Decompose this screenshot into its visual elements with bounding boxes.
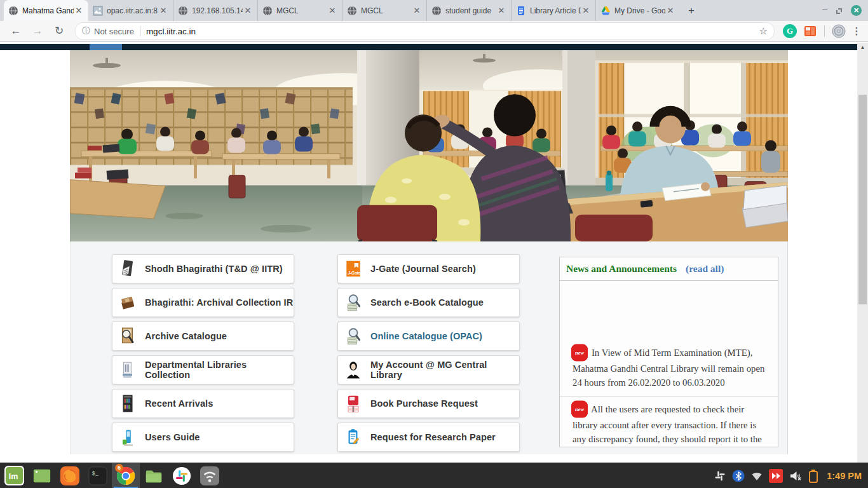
dept-icon <box>119 360 136 379</box>
browser-tab[interactable]: Library Article D ✕ <box>511 0 595 21</box>
globe-favicon <box>431 6 442 16</box>
tab-title: opac.iitr.ac.in:8 <box>107 6 158 15</box>
taskbar-clock[interactable]: 1:49 PM <box>827 471 862 481</box>
tab-close-icon[interactable]: ✕ <box>74 6 84 16</box>
show-desktop-button[interactable] <box>28 463 56 488</box>
browser-tab[interactable]: My Drive - Goo ✕ <box>595 0 680 21</box>
library-link-button[interactable]: Search e-Book Catalogue <box>337 288 520 317</box>
news-item: new In View of Mid Term Examination (MTE… <box>560 340 778 396</box>
forward-button[interactable]: → <box>29 23 46 39</box>
library-link-button[interactable]: J-Gate J-Gate (Journal Search) <box>337 254 520 283</box>
news-list: new In View of Mid Term Examination (MTE… <box>560 340 778 452</box>
browser-tab[interactable]: student guide ✕ <box>426 0 511 21</box>
globe-favicon <box>347 6 357 16</box>
sync-app-tray-icon[interactable] <box>769 469 783 483</box>
button-label: Search e-Book Catalogue <box>370 297 484 308</box>
new-badge-icon: new <box>573 345 587 360</box>
button-label: Request for Research Paper <box>370 432 496 442</box>
scroll-up-icon[interactable]: ▲ <box>857 44 868 50</box>
active-nav-item[interactable] <box>90 44 122 50</box>
library-link-button[interactable]: Recent Arrivals <box>112 389 294 418</box>
chrome-badge: 6 <box>115 464 123 472</box>
profile-avatar[interactable] <box>832 24 846 38</box>
library-link-button[interactable]: Bhagirathi: Archival Collection IR <box>112 288 294 317</box>
tab-close-icon[interactable]: ✕ <box>412 6 422 16</box>
firefox-launcher-icon[interactable] <box>56 463 84 488</box>
restore-icon <box>836 8 842 14</box>
new-tab-button[interactable]: + <box>682 2 700 20</box>
browser-tab[interactable]: MGCL ✕ <box>342 0 426 21</box>
window-restore-button[interactable] <box>836 6 842 16</box>
tab-title: student guide <box>445 6 496 15</box>
button-label: J-Gate (Journal Search) <box>370 264 476 274</box>
library-link-button[interactable]: Shodh Bhagirathi (T&D @ IITR) <box>112 254 294 283</box>
browser-tab[interactable]: Mahatma Gand ✕ <box>4 0 88 21</box>
info-icon[interactable]: ⓘ <box>82 25 90 37</box>
slack-tray-icon[interactable] <box>714 470 726 482</box>
thesis-icon <box>119 259 136 278</box>
button-label: Book Purchase Request <box>370 398 478 409</box>
tab-title: My Drive - Goo <box>614 6 665 15</box>
tab-close-icon[interactable]: ✕ <box>665 6 675 16</box>
taskbar: lm $_ 6 1:49 PM <box>0 463 868 488</box>
grammarly-extension-icon[interactable]: G <box>783 24 797 38</box>
system-tray: 1:49 PM <box>714 469 868 483</box>
terminal-launcher-icon[interactable]: $_ <box>84 463 112 488</box>
library-link-button[interactable]: Departmental Libraries Collection <box>112 355 294 384</box>
news-panel: News and Announcements (read all) new In… <box>559 257 778 447</box>
tab-close-icon[interactable]: ✕ <box>158 6 168 16</box>
browser-tab[interactable]: opac.iitr.ac.in:8 ✕ <box>88 0 173 21</box>
battery-tray-icon[interactable] <box>808 469 818 483</box>
jgate-icon: J-Gate <box>345 259 362 278</box>
reload-button[interactable]: ↻ <box>51 23 67 39</box>
mint-menu-button[interactable]: lm <box>0 463 28 488</box>
window-minimize-button[interactable]: – <box>822 4 827 14</box>
news-item: new All the users are requested to check… <box>560 396 778 452</box>
tab-close-icon[interactable]: ✕ <box>496 6 506 16</box>
files-launcher-icon[interactable] <box>140 463 168 488</box>
tab-title: Library Article D <box>530 6 581 15</box>
bookmark-star-icon[interactable]: ☆ <box>759 25 768 37</box>
chrome-launcher-icon[interactable]: 6 <box>112 463 140 488</box>
omnibox-divider <box>140 26 140 36</box>
address-bar[interactable]: ⓘ Not secure mgcl.iitr.ac.in ☆ <box>75 22 775 40</box>
booksearch-icon <box>345 327 362 346</box>
window-controls: – ✕ <box>822 0 868 21</box>
globe-favicon <box>178 6 188 16</box>
tab-close-icon[interactable]: ✕ <box>327 6 337 16</box>
tab-close-icon[interactable]: ✕ <box>581 6 591 16</box>
library-link-button[interactable]: Archive Catalogue <box>112 322 294 351</box>
scrollbar[interactable]: ▲ <box>857 43 868 463</box>
browser-tab[interactable]: 192.168.105.14 ✕ <box>173 0 257 21</box>
network-tray-icon[interactable] <box>750 470 763 482</box>
extension-icon[interactable] <box>803 24 817 38</box>
slack-launcher-icon[interactable] <box>168 463 196 488</box>
bluetooth-tray-icon[interactable] <box>732 470 745 482</box>
browser-menu-icon[interactable]: ⋮ <box>850 25 863 37</box>
tab-title: MGCL <box>361 6 412 15</box>
back-button[interactable]: ← <box>8 23 24 39</box>
read-all-link[interactable]: (read all) <box>686 263 724 274</box>
docs-favicon <box>516 6 526 16</box>
archivecat-icon <box>119 327 136 346</box>
library-link-button[interactable]: My Account @ MG Central Library <box>337 355 520 384</box>
library-link-button[interactable]: Book Purchase Request <box>337 389 520 418</box>
browser-tab[interactable]: MGCL ✕ <box>257 0 342 21</box>
globe-favicon <box>8 6 18 16</box>
volume-muted-icon[interactable] <box>789 469 803 483</box>
account-icon <box>345 360 362 379</box>
button-label: Bhagirathi: Archival Collection IR <box>145 297 293 308</box>
scrollbar-thumb[interactable] <box>858 95 867 304</box>
library-photo-image <box>70 50 788 243</box>
tab-close-icon[interactable]: ✕ <box>243 6 253 16</box>
library-link-button[interactable]: Request for Research Paper <box>337 423 520 452</box>
svg-text:J-Gate: J-Gate <box>348 271 361 275</box>
library-link-button[interactable]: Users Guide <box>112 423 294 452</box>
window-close-button[interactable]: ✕ <box>851 5 862 16</box>
tab-title: Mahatma Gand <box>22 6 74 15</box>
library-link-button[interactable]: Online Catalogue (OPAC) <box>337 322 520 351</box>
network-manager-launcher-icon[interactable] <box>196 463 224 488</box>
news-title: News and Announcements <box>566 263 677 274</box>
button-label: My Account @ MG Central Library <box>370 360 519 380</box>
guide-icon <box>119 428 136 447</box>
